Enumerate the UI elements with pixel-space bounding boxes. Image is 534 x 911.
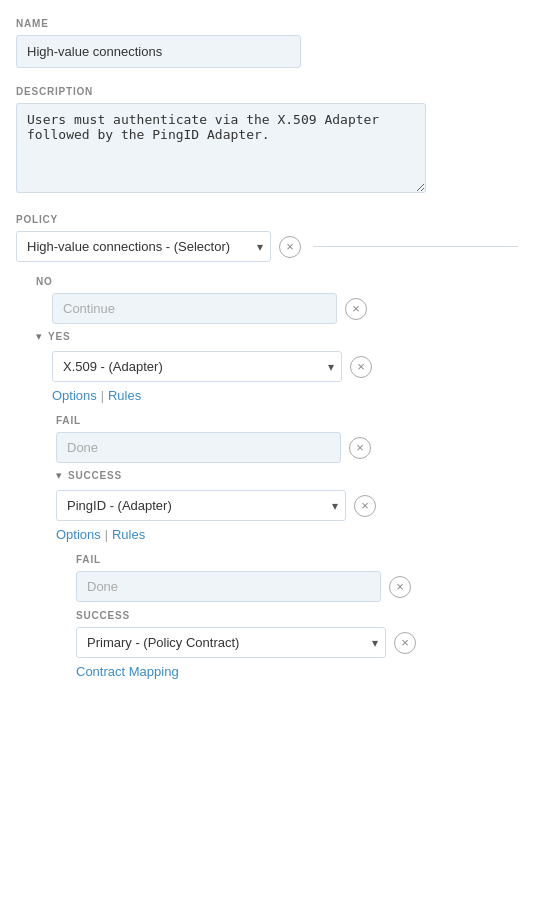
success1-label: SUCCESS	[68, 470, 122, 481]
policy-selector-row: High-value connections - (Selector) ▾ ×	[16, 231, 518, 262]
yes-label: YES	[48, 331, 70, 342]
fail1-node-row: Done ×	[56, 432, 518, 463]
fail1-label: FAIL	[56, 415, 518, 426]
success1-adapter-close-icon: ×	[361, 498, 369, 513]
yes-separator: |	[101, 389, 104, 403]
success1-adapter-remove-button[interactable]: ×	[354, 495, 376, 517]
success2-adapter-row: Primary - (Policy Contract) ▾ ×	[76, 627, 518, 658]
success2-adapter-close-icon: ×	[401, 635, 409, 650]
name-label: NAME	[16, 18, 518, 29]
fail1-remove-button[interactable]: ×	[349, 437, 371, 459]
success1-collapse-icon[interactable]: ▾	[56, 469, 62, 482]
no-node-row: Continue ×	[52, 293, 518, 324]
success2-label: SUCCESS	[76, 610, 518, 621]
yes-label-row: ▾ YES	[36, 330, 518, 343]
yes-adapter-remove-button[interactable]: ×	[350, 356, 372, 378]
fail2-branch: FAIL Done ×	[76, 554, 518, 602]
policy-select[interactable]: High-value connections - (Selector)	[16, 231, 271, 262]
no-label: NO	[36, 276, 518, 287]
yes-branch: ▾ YES X.509 - (Adapter) ▾ × Options	[36, 330, 518, 679]
success2-branch: SUCCESS Primary - (Policy Contract) ▾ ×	[76, 610, 518, 679]
description-label: DESCRIPTION	[16, 86, 518, 97]
fail2-node-row: Done ×	[76, 571, 518, 602]
fail2-label: FAIL	[76, 554, 518, 565]
success2-adapter-select[interactable]: Primary - (Policy Contract)	[76, 627, 386, 658]
success1-rules-link[interactable]: Rules	[112, 527, 145, 542]
name-input[interactable]	[16, 35, 301, 68]
yes-rules-link[interactable]: Rules	[108, 388, 141, 403]
success1-separator: |	[105, 528, 108, 542]
success1-adapter-select[interactable]: PingID - (Adapter)	[56, 490, 346, 521]
fail2-remove-button[interactable]: ×	[389, 576, 411, 598]
no-close-icon: ×	[352, 301, 360, 316]
description-textarea[interactable]: Users must authenticate via the X.509 Ad…	[16, 103, 426, 193]
success1-adapter-select-wrapper: PingID - (Adapter) ▾	[56, 490, 346, 521]
success1-options-link[interactable]: Options	[56, 527, 101, 542]
yes-adapter-row: X.509 - (Adapter) ▾ ×	[52, 351, 518, 382]
name-field-group: NAME	[16, 18, 518, 68]
success1-branch: ▾ SUCCESS PingID - (Adapter) ▾ ×	[56, 469, 518, 679]
contract-mapping-link[interactable]: Contract Mapping	[76, 664, 179, 679]
success1-options-rules-row: Options | Rules	[56, 527, 518, 542]
tree-section: NO Continue × ▾ YES X.509 - (Ad	[16, 276, 518, 679]
fail1-close-icon: ×	[356, 440, 364, 455]
no-value-display: Continue	[52, 293, 337, 324]
fail1-value-display: Done	[56, 432, 341, 463]
contract-mapping-row: Contract Mapping	[76, 664, 518, 679]
policy-select-wrapper: High-value connections - (Selector) ▾	[16, 231, 271, 262]
policy-divider	[313, 246, 518, 247]
yes-collapse-icon[interactable]: ▾	[36, 330, 42, 343]
policy-close-icon: ×	[286, 239, 294, 254]
fail1-branch: FAIL Done ×	[56, 415, 518, 463]
success2-adapter-remove-button[interactable]: ×	[394, 632, 416, 654]
success1-label-row: ▾ SUCCESS	[56, 469, 518, 482]
policy-section: POLICY High-value connections - (Selecto…	[16, 214, 518, 679]
policy-remove-button[interactable]: ×	[279, 236, 301, 258]
success2-adapter-select-wrapper: Primary - (Policy Contract) ▾	[76, 627, 386, 658]
fail2-value-display: Done	[76, 571, 381, 602]
yes-adapter-select-wrapper: X.509 - (Adapter) ▾	[52, 351, 342, 382]
yes-options-link[interactable]: Options	[52, 388, 97, 403]
yes-adapter-select[interactable]: X.509 - (Adapter)	[52, 351, 342, 382]
no-branch: NO Continue ×	[36, 276, 518, 324]
yes-adapter-close-icon: ×	[357, 359, 365, 374]
yes-options-rules-row: Options | Rules	[52, 388, 518, 403]
policy-label: POLICY	[16, 214, 518, 225]
no-remove-button[interactable]: ×	[345, 298, 367, 320]
fail2-close-icon: ×	[396, 579, 404, 594]
success1-adapter-row: PingID - (Adapter) ▾ ×	[56, 490, 518, 521]
description-field-group: DESCRIPTION Users must authenticate via …	[16, 86, 518, 196]
page-container: NAME DESCRIPTION Users must authenticate…	[0, 0, 534, 715]
